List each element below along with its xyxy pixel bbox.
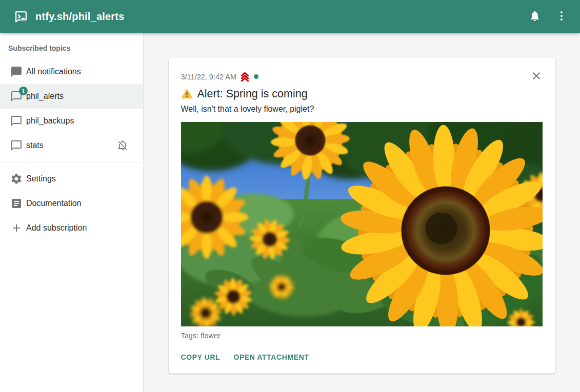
attachment-image[interactable]	[181, 122, 543, 326]
subscribed-topics-label: Subscribed topics	[0, 34, 143, 59]
main-content: 3/11/22, 9:42 AM	[144, 33, 580, 392]
sidebar-item-stats[interactable]: stats	[0, 133, 143, 158]
close-icon	[530, 76, 543, 84]
sidebar-divider	[0, 162, 143, 162]
close-notification-button[interactable]	[530, 70, 543, 83]
notification-meta: 3/11/22, 9:42 AM	[181, 71, 543, 82]
chat-bubble-outline-icon	[10, 115, 23, 127]
notification-title: Alert: Spring is coming	[181, 87, 543, 101]
warning-icon	[181, 88, 193, 100]
sidebar-item-all-notifications[interactable]: All notifications	[0, 59, 143, 84]
sidebar-item-add-subscription[interactable]: Add subscription	[0, 216, 143, 240]
chat-bubble-filled-icon	[10, 66, 23, 78]
sidebar-item-label: stats	[26, 141, 44, 150]
plus-icon	[10, 222, 23, 234]
open-attachment-button[interactable]: OPEN ATTACHMENT	[229, 349, 313, 365]
app-bar: ntfy.sh/phil_alerts	[0, 0, 580, 33]
notifications-bell-button[interactable]	[524, 5, 546, 28]
sidebar-item-phil-alerts[interactable]: 1 phil_alerts	[0, 84, 143, 109]
notification-title-text: Alert: Spring is coming	[197, 87, 308, 101]
sidebar: Subscribed topics All notifications 1 ph…	[0, 33, 144, 392]
unread-count-badge: 1	[19, 87, 28, 95]
article-icon	[10, 197, 23, 210]
overflow-menu-button[interactable]	[550, 5, 573, 28]
sidebar-item-label: Add subscription	[26, 223, 87, 233]
sidebar-item-label: phil_backups	[26, 116, 74, 126]
sidebar-item-label: All notifications	[26, 67, 81, 76]
sidebar-item-label: phil_alerts	[26, 92, 64, 101]
notification-body: Well, isn't that a lovely flower, piglet…	[181, 105, 543, 114]
copy-url-button[interactable]: COPY URL	[177, 349, 225, 365]
sidebar-item-label: Documentation	[26, 199, 82, 208]
card-actions: COPY URL OPEN ATTACHMENT	[177, 349, 543, 365]
sidebar-item-phil-backups[interactable]: phil_backups	[0, 109, 143, 133]
priority-urgent-icon	[239, 71, 250, 82]
kebab-menu-icon	[555, 10, 568, 24]
ntfy-logo-icon	[14, 10, 28, 24]
page-title: ntfy.sh/phil_alerts	[35, 11, 124, 23]
notification-tags: Tags: flower	[181, 332, 543, 340]
sidebar-item-label: Settings	[26, 174, 56, 183]
notifications-muted-icon	[116, 139, 129, 152]
sidebar-item-settings[interactable]: Settings	[0, 167, 143, 191]
chat-bubble-outline-icon: 1	[10, 90, 23, 102]
notification-card: 3/11/22, 9:42 AM	[169, 58, 555, 374]
bell-icon	[529, 10, 541, 24]
chat-bubble-outline-icon	[10, 139, 23, 152]
notification-timestamp: 3/11/22, 9:42 AM	[181, 73, 237, 81]
gear-icon	[10, 173, 23, 185]
unread-dot	[254, 74, 258, 79]
sidebar-item-documentation[interactable]: Documentation	[0, 191, 143, 216]
